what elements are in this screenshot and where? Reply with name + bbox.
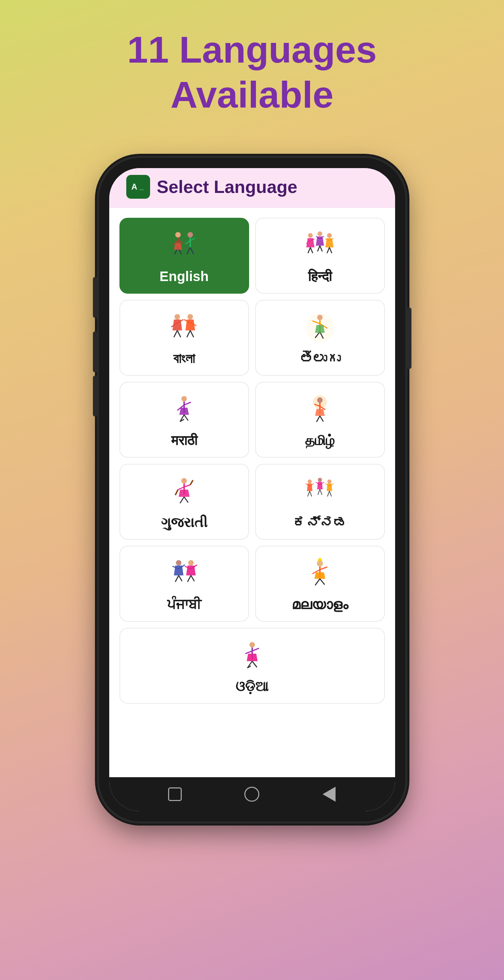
tamil-dance-icon [303, 393, 337, 427]
svg-marker-83 [317, 482, 323, 489]
svg-line-115 [320, 579, 325, 585]
punjabi-dance-icon [167, 557, 201, 591]
nav-back-button[interactable] [165, 784, 185, 804]
marathi-label: मराठी [171, 433, 197, 449]
svg-line-18 [310, 247, 313, 253]
svg-line-112 [320, 567, 328, 570]
svg-line-81 [310, 491, 312, 496]
svg-marker-113 [315, 572, 325, 579]
svg-line-29 [327, 247, 329, 253]
tamil-label: தமிழ் [305, 433, 334, 449]
svg-line-5 [178, 240, 183, 243]
svg-marker-57 [179, 408, 189, 415]
svg-line-104 [188, 576, 191, 582]
svg-point-102 [188, 560, 194, 566]
gujarati-label: ગુજરાતી [161, 515, 207, 530]
lang-card-bangla[interactable]: বাংলা [119, 300, 249, 375]
lang-card-kannada[interactable]: ಕನ್ನಡ [255, 464, 385, 540]
svg-point-62 [317, 398, 323, 403]
svg-marker-120 [247, 654, 258, 661]
svg-line-42 [190, 331, 194, 337]
svg-line-114 [315, 579, 320, 585]
svg-line-80 [308, 491, 310, 496]
svg-point-108 [317, 560, 323, 566]
lang-card-telugu[interactable]: తెలుగు [255, 300, 385, 375]
gujarati-dance-icon [167, 475, 201, 509]
svg-marker-109 [317, 557, 323, 561]
svg-point-96 [176, 560, 181, 566]
svg-point-39 [188, 314, 193, 320]
svg-point-69 [181, 478, 187, 484]
lang-card-english[interactable]: English [119, 218, 249, 294]
svg-point-46 [317, 315, 323, 320]
svg-point-78 [308, 479, 312, 484]
malayalam-dance-icon [303, 557, 337, 591]
svg-line-75 [190, 480, 193, 485]
telugu-dance-icon [303, 311, 337, 345]
malayalam-label: മലയാളം [292, 597, 348, 612]
phone-shell: A ↔ Select Language [99, 158, 405, 821]
lang-card-malayalam[interactable]: മലയാളം [255, 546, 385, 622]
back-icon [168, 788, 182, 801]
lang-card-hindi[interactable]: हिन्दी [255, 218, 385, 294]
bangla-dance-icon [167, 311, 201, 345]
svg-line-88 [328, 491, 329, 496]
svg-point-21 [318, 231, 322, 236]
svg-point-15 [308, 233, 313, 238]
svg-line-72 [184, 485, 190, 487]
svg-line-23 [318, 246, 320, 251]
svg-line-122 [252, 661, 257, 667]
svg-line-30 [329, 247, 332, 253]
svg-point-116 [250, 642, 255, 648]
nav-bar [109, 777, 395, 811]
phone-screen: A ↔ Select Language [109, 168, 395, 811]
hindi-dance-icon [303, 229, 337, 263]
svg-point-53 [181, 396, 187, 401]
lang-card-odia[interactable]: ଓଡ଼ିଆ [119, 628, 385, 704]
nav-home-button[interactable] [242, 784, 262, 804]
header-title: Select Language [157, 177, 297, 197]
svg-line-41 [187, 331, 190, 337]
svg-line-56 [184, 402, 191, 405]
svg-line-118 [245, 651, 252, 654]
svg-line-24 [320, 246, 322, 251]
svg-text:A: A [131, 182, 137, 191]
svg-line-105 [191, 576, 194, 581]
svg-point-82 [318, 478, 322, 482]
language-grid: English [119, 218, 385, 704]
svg-line-35 [174, 331, 177, 337]
lang-card-gujarati[interactable]: ગુજરાતી [119, 464, 249, 540]
lang-card-tamil[interactable]: தமிழ் [255, 382, 385, 458]
svg-line-71 [178, 487, 184, 490]
svg-line-76 [180, 497, 184, 503]
phone-device: A ↔ Select Language [99, 158, 405, 821]
odia-dance-icon [235, 639, 269, 673]
lang-card-marathi[interactable]: मराठी [119, 382, 249, 458]
svg-line-77 [184, 497, 188, 503]
recents-icon [323, 787, 335, 802]
page-title: 11 Languages Available [107, 27, 397, 117]
svg-line-17 [308, 247, 310, 253]
svg-line-67 [316, 416, 320, 422]
svg-line-13 [187, 247, 190, 254]
svg-marker-52 [315, 325, 325, 333]
svg-line-89 [329, 491, 331, 496]
translate-icon: A ↔ [126, 175, 150, 199]
svg-line-59 [184, 415, 188, 421]
svg-line-68 [320, 416, 323, 422]
svg-line-12 [190, 238, 195, 240]
svg-marker-8 [174, 243, 182, 250]
svg-line-85 [320, 489, 322, 495]
svg-point-33 [175, 314, 180, 320]
english-label: English [160, 269, 208, 284]
content-area[interactable]: English [109, 208, 395, 777]
lang-card-punjabi[interactable]: ਪੰਜਾਬੀ [119, 546, 249, 622]
svg-marker-22 [316, 237, 324, 246]
svg-point-9 [188, 232, 193, 237]
app-header: A ↔ Select Language [109, 168, 395, 208]
nav-recents-button[interactable] [319, 784, 339, 804]
svg-line-74 [175, 490, 178, 495]
svg-point-2 [175, 232, 181, 237]
svg-line-14 [190, 247, 194, 254]
svg-marker-73 [179, 490, 189, 497]
